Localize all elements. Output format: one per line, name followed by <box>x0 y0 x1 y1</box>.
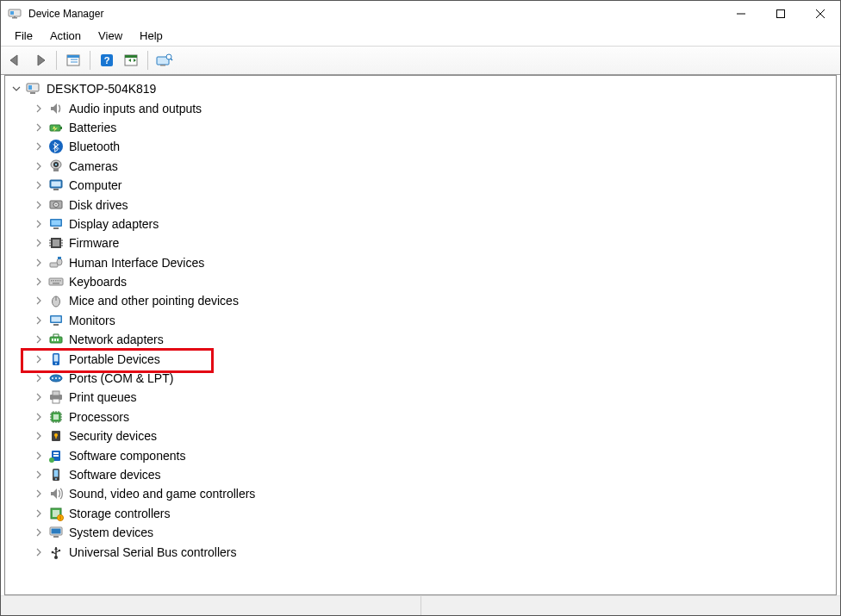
collapse-icon[interactable] <box>10 83 22 95</box>
tree-root[interactable]: DESKTOP-504K819 <box>5 79 836 98</box>
forward-button[interactable] <box>28 49 51 72</box>
comp-icon <box>48 177 64 193</box>
expand-icon[interactable] <box>33 140 45 152</box>
menu-view[interactable]: View <box>90 28 131 43</box>
tree-item-fw[interactable]: Firmware <box>28 233 836 252</box>
tree-item-batt[interactable]: Batteries <box>28 118 836 137</box>
tree-item-sys[interactable]: System devices <box>28 523 836 542</box>
expand-icon[interactable] <box>33 353 45 365</box>
kb-icon <box>48 274 64 289</box>
expand-icon[interactable] <box>33 488 45 500</box>
expand-icon[interactable] <box>33 199 45 211</box>
tree-item-net[interactable]: Network adapters <box>28 330 836 349</box>
batt-icon <box>48 120 64 135</box>
expand-icon[interactable] <box>33 237 45 249</box>
expand-icon[interactable] <box>33 411 45 423</box>
svg-rect-5 <box>777 10 785 18</box>
expand-icon[interactable] <box>33 546 45 558</box>
svg-rect-56 <box>55 280 57 282</box>
tree-item-ports[interactable]: Ports (COM & LPT) <box>28 369 836 388</box>
expand-icon[interactable] <box>33 295 45 307</box>
tree-item-usb[interactable]: Universal Serial Bus controllers <box>28 542 836 561</box>
expand-icon[interactable] <box>33 391 45 403</box>
tree-item-label: Keyboards <box>69 275 127 289</box>
svg-rect-57 <box>58 280 59 282</box>
svg-rect-64 <box>53 324 59 326</box>
svg-rect-77 <box>53 391 59 395</box>
expand-icon[interactable] <box>33 430 45 442</box>
toolbar-separator <box>56 51 57 70</box>
tree-item-label: Audio inputs and outputs <box>69 102 202 115</box>
minimize-button[interactable] <box>721 1 761 27</box>
tree-item-mouse[interactable]: Mice and other pointing devices <box>28 291 836 310</box>
tree-item-label: Storage controllers <box>69 507 171 520</box>
expand-icon[interactable] <box>33 218 45 230</box>
tree-item-disp[interactable]: Display adapters <box>28 215 836 233</box>
port-icon <box>48 352 64 367</box>
expand-icon[interactable] <box>33 257 45 269</box>
tree-item-sec[interactable]: Security devices <box>28 426 836 445</box>
maximize-button[interactable] <box>761 1 801 27</box>
expand-icon[interactable] <box>33 314 45 327</box>
svg-rect-66 <box>52 339 53 341</box>
svg-rect-24 <box>30 92 35 94</box>
tree-item-snd[interactable]: Sound, video and game controllers <box>28 484 836 503</box>
expand-icon[interactable] <box>33 333 45 345</box>
svg-rect-98 <box>53 455 59 457</box>
tree-item-hid[interactable]: Human Interface Devices <box>28 253 836 272</box>
swd-icon <box>48 467 64 482</box>
svg-rect-113 <box>52 551 53 552</box>
tree-item-swd[interactable]: Software devices <box>28 465 836 484</box>
svg-rect-78 <box>53 399 59 403</box>
svg-rect-3 <box>14 16 16 18</box>
proc-icon <box>48 409 64 425</box>
expand-icon[interactable] <box>33 526 45 538</box>
svg-point-51 <box>57 258 62 265</box>
expand-icon[interactable] <box>33 160 45 172</box>
menu-file[interactable]: File <box>6 28 41 43</box>
tree-item-label: Universal Serial Bus controllers <box>69 545 237 559</box>
expand-icon[interactable] <box>33 507 45 520</box>
back-button[interactable] <box>4 49 27 72</box>
tree-item-port[interactable]: Portable Devices <box>28 349 836 368</box>
tree-item-swc[interactable]: Software components <box>28 445 836 464</box>
svg-rect-109 <box>53 536 59 538</box>
tree-item-cam[interactable]: Cameras <box>28 157 836 176</box>
tree-item-disk[interactable]: Disk drives <box>28 195 836 214</box>
svg-rect-23 <box>28 85 32 90</box>
tree-item-audio[interactable]: Audio inputs and outputs <box>28 98 836 117</box>
menu-bar: File Action View Help <box>1 27 840 46</box>
mon-icon <box>48 313 64 328</box>
expand-icon[interactable] <box>33 179 45 191</box>
svg-rect-43 <box>53 240 59 246</box>
expand-icon[interactable] <box>33 450 45 462</box>
expand-icon[interactable] <box>33 103 45 115</box>
tree-item-proc[interactable]: Processors <box>28 408 836 426</box>
window-controls <box>721 1 840 27</box>
status-cell <box>1 596 421 615</box>
toolbar: ? <box>1 46 840 75</box>
close-button[interactable] <box>801 1 840 27</box>
expand-icon[interactable] <box>33 276 45 288</box>
svg-point-75 <box>59 377 60 379</box>
show-hidden-button[interactable] <box>62 49 84 72</box>
tree-item-bt[interactable]: Bluetooth <box>28 137 836 156</box>
svg-point-71 <box>55 363 57 364</box>
menu-help[interactable]: Help <box>131 28 171 43</box>
help-button[interactable]: ? <box>96 49 118 72</box>
tree-item-prn[interactable]: Print queues <box>28 388 836 407</box>
svg-rect-70 <box>54 354 59 361</box>
tree-item-kb[interactable]: Keyboards <box>28 272 836 291</box>
device-tree-panel[interactable]: DESKTOP-504K819 Audio inputs and outputs… <box>4 75 837 595</box>
tree-item-stor[interactable]: Storage controllers <box>28 504 836 523</box>
status-cell <box>421 596 841 615</box>
properties-button[interactable] <box>153 49 176 72</box>
tree-item-mon[interactable]: Monitors <box>28 311 836 330</box>
svg-rect-59 <box>53 283 59 284</box>
scan-hardware-button[interactable] <box>120 49 142 72</box>
tree-item-comp[interactable]: Computer <box>28 176 836 195</box>
expand-icon[interactable] <box>33 121 45 134</box>
expand-icon[interactable] <box>33 469 45 481</box>
menu-action[interactable]: Action <box>41 28 90 43</box>
expand-icon[interactable] <box>33 372 45 384</box>
